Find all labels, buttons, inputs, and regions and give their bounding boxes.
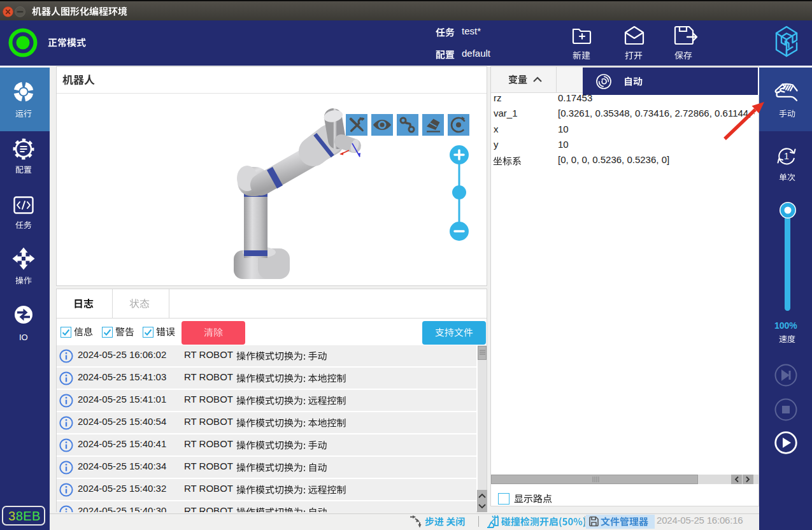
svg-text:1: 1 (784, 151, 789, 161)
